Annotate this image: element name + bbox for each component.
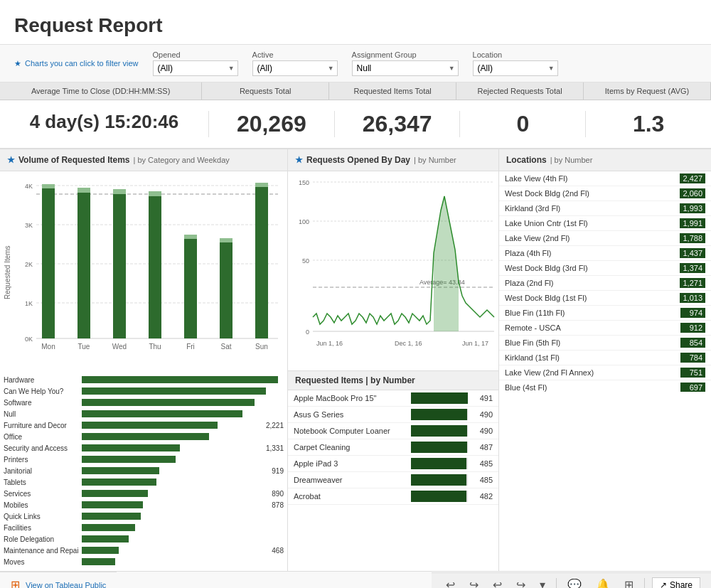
filter-location[interactable]: Location (All): [473, 50, 558, 76]
bar[interactable]: [42, 188, 55, 338]
svg-text:0: 0: [306, 328, 309, 336]
share-button[interactable]: ↗ Share: [652, 577, 700, 589]
list-item[interactable]: Hardware: [0, 374, 287, 385]
list-item[interactable]: Asus G Series 490: [288, 407, 498, 423]
locations-list[interactable]: Lake View (4th Fl) 2,427 West Dock Bldg …: [499, 171, 711, 392]
bar-light[interactable]: [113, 189, 126, 194]
svg-text:Wed: Wed: [112, 343, 127, 349]
list-item[interactable]: Security and Access 1,331: [0, 442, 287, 454]
bar-light[interactable]: [77, 188, 90, 193]
list-item[interactable]: Software: [0, 397, 287, 408]
redo2-button[interactable]: ↪: [513, 577, 529, 588]
metric-rejected-total: 0: [460, 111, 586, 137]
bar-light[interactable]: [255, 183, 268, 187]
tableau-link[interactable]: View on Tableau Public: [26, 581, 106, 589]
location-select[interactable]: (All): [473, 60, 558, 76]
svg-text:3K: 3K: [25, 222, 33, 229]
list-item[interactable]: Maintenance and Repair 468: [0, 545, 287, 556]
bar[interactable]: [255, 187, 268, 338]
list-item[interactable]: Plaza (2nd Fl) 1,271: [499, 276, 711, 291]
svg-text:Tue: Tue: [78, 343, 90, 349]
bar-light[interactable]: [149, 191, 161, 196]
list-item[interactable]: Moves: [0, 556, 287, 567]
redo-button[interactable]: ↪: [466, 577, 482, 588]
list-item[interactable]: Role Delegation: [0, 533, 287, 545]
list-item[interactable]: Carpet Cleaning 487: [288, 439, 498, 456]
bar-light[interactable]: [220, 238, 232, 242]
assignment-group-select[interactable]: Null: [352, 60, 459, 76]
list-item[interactable]: West Dock Bldg (1st Fl) 1,013: [499, 291, 711, 306]
opened-select[interactable]: (All): [153, 60, 238, 76]
metric-header-req-items: Requested Items Total: [329, 82, 456, 100]
filter-assignment-group[interactable]: Assignment Group Null: [352, 50, 459, 76]
list-item[interactable]: Notebook Computer Loaner 490: [288, 423, 498, 439]
list-item[interactable]: Quick Links: [0, 511, 287, 522]
svg-text:Sat: Sat: [220, 343, 231, 349]
list-item[interactable]: Printers: [0, 454, 287, 465]
embed-button[interactable]: ⊞: [621, 577, 637, 588]
list-item[interactable]: Office: [0, 431, 287, 442]
list-item[interactable]: Facilities: [0, 522, 287, 533]
list-item[interactable]: Lake View (2nd Fl Annex) 751: [499, 365, 711, 380]
volume-svg[interactable]: 4K 3K 2K 1K 0K: [15, 178, 284, 349]
svg-text:0K: 0K: [25, 336, 33, 343]
bar-light[interactable]: [42, 184, 55, 188]
metric-req-items-total: 26,347: [335, 111, 461, 137]
bar[interactable]: [113, 194, 126, 338]
more-button[interactable]: ▾: [536, 577, 549, 588]
svg-text:Dec 1, 16: Dec 1, 16: [395, 340, 422, 347]
list-item[interactable]: Null: [0, 408, 287, 419]
list-item[interactable]: Apple iPad 3 485: [288, 456, 498, 472]
svg-text:Mon: Mon: [41, 343, 55, 349]
requests-line-chart[interactable]: 150 100 50 0 Average= 43.84 Jun 1, 16 De…: [288, 171, 498, 370]
list-item[interactable]: Blue Fin (11th Fl) 974: [499, 306, 711, 321]
list-item[interactable]: Services 890: [0, 488, 287, 499]
filter-active[interactable]: Active (All): [252, 50, 338, 76]
bar[interactable]: [220, 242, 232, 338]
list-item[interactable]: Kirkland (3rd Fl) 1,993: [499, 201, 711, 216]
comment-button[interactable]: 💬: [564, 577, 585, 588]
svg-text:150: 150: [299, 179, 309, 186]
svg-text:1K: 1K: [25, 300, 33, 307]
list-item[interactable]: Remote - USCA 912: [499, 321, 711, 336]
list-item[interactable]: Dreamweaver 485: [288, 472, 498, 488]
list-item[interactable]: West Dock Bldg (2nd Fl) 2,060: [499, 186, 711, 201]
list-item[interactable]: Furniture and Decor 2,221: [0, 419, 287, 431]
undo2-button[interactable]: ↩: [489, 577, 506, 588]
list-item[interactable]: Tablets: [0, 476, 287, 488]
star-icon: ★: [295, 155, 303, 165]
bar-light[interactable]: [184, 235, 197, 239]
metric-avg-items: 1.3: [586, 111, 711, 137]
line-chart-svg[interactable]: 150 100 50 0 Average= 43.84 Jun 1, 16 De…: [292, 175, 495, 363]
list-item[interactable]: Lake View (2nd Fl) 1,788: [499, 231, 711, 246]
tableau-footer[interactable]: ⊞ View on Tableau Public: [0, 572, 117, 588]
bar[interactable]: [149, 196, 161, 338]
category-list: Hardware Can We Help You? Software Null: [0, 370, 287, 571]
list-item[interactable]: Kirkland (1st Fl) 784: [499, 351, 711, 365]
list-item[interactable]: Mobiles 878: [0, 499, 287, 511]
page-title: Request Report: [14, 14, 697, 37]
bar[interactable]: [184, 239, 197, 338]
bar[interactable]: [77, 193, 90, 338]
svg-text:Fri: Fri: [186, 343, 195, 349]
undo-button[interactable]: ↩: [442, 577, 459, 588]
metrics-values: 4 day(s) 15:20:46 20,269 26,347 0 1.3: [0, 100, 711, 149]
list-item[interactable]: Blue Fin (5th Fl) 854: [499, 336, 711, 351]
y-axis-label: Requested Items: [4, 178, 11, 367]
list-item[interactable]: Acrobat 482: [288, 488, 498, 505]
list-item[interactable]: Apple MacBook Pro 15" 491: [288, 390, 498, 407]
list-item[interactable]: Can We Help You?: [0, 385, 287, 397]
filter-opened[interactable]: Opened (All): [153, 50, 238, 76]
list-item[interactable]: Plaza (4th Fl) 1,437: [499, 246, 711, 261]
active-select[interactable]: (All): [252, 60, 338, 76]
svg-text:50: 50: [302, 257, 309, 264]
metric-header-requests: Requests Total: [202, 82, 329, 100]
notification-button[interactable]: 🔔: [592, 577, 614, 588]
list-item[interactable]: Lake Union Cntr (1st Fl) 1,991: [499, 216, 711, 231]
list-item[interactable]: Lake View (4th Fl) 2,427: [499, 171, 711, 186]
list-item[interactable]: Janitorial 919: [0, 465, 287, 476]
list-item[interactable]: Blue (4st Fl) 697: [499, 380, 711, 392]
volume-bar-chart[interactable]: Requested Items 4K 3K 2K 1K 0K: [0, 171, 287, 370]
req-items-title: Requested Items | by Number: [288, 370, 498, 390]
list-item[interactable]: West Dock Bldg (3rd Fl) 1,374: [499, 261, 711, 276]
